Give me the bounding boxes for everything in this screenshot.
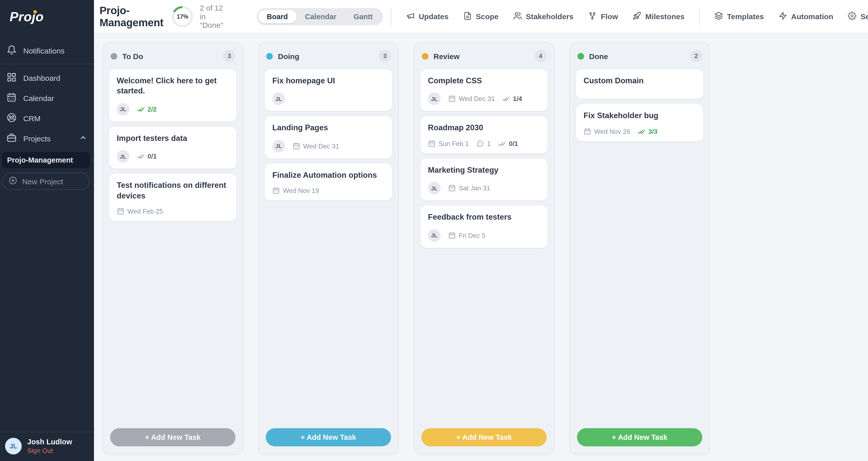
task-card[interactable]: Feedback from testers JLFri Dec 5 xyxy=(421,206,548,248)
task-meta: JLSat Jan 31 xyxy=(428,182,540,195)
grid-icon xyxy=(6,72,17,84)
gear-icon xyxy=(848,11,857,22)
plus-circle-icon xyxy=(8,176,17,186)
checklist-progress: 1/4 xyxy=(502,95,522,103)
task-card[interactable]: Test notifications on different devices … xyxy=(109,174,237,222)
header: Projo-Management 17% 2 of 12 in "Done" B… xyxy=(94,0,868,33)
menu-item-stakeholders[interactable]: Stakeholders xyxy=(513,11,574,22)
sidebar-item-notifications[interactable]: Notifications xyxy=(0,40,94,61)
task-card[interactable]: Roadmap 2030 Sun Feb 110/1 xyxy=(421,117,548,154)
sidebar-item-label: Calendar xyxy=(23,94,54,102)
add-new-task-button[interactable]: + Add New Task xyxy=(110,428,236,447)
task-meta: Wed Feb 25 xyxy=(117,208,229,216)
task-card[interactable]: Welcome! Click here to get started. JL2/… xyxy=(109,69,237,122)
menu-item-scope[interactable]: Scope xyxy=(463,11,499,22)
sidebar-item-calendar[interactable]: Calendar xyxy=(0,88,94,108)
calendar-icon xyxy=(272,187,280,195)
task-title: Complete CSS xyxy=(428,76,540,86)
column-status-dot xyxy=(422,53,429,59)
briefcase-icon xyxy=(6,133,17,144)
sidebar: Projo Notifications Dashboard Calendar C… xyxy=(0,0,94,461)
menu-item-label: Flow xyxy=(601,12,618,21)
app-logo[interactable]: Projo xyxy=(9,9,44,25)
divider xyxy=(699,7,700,26)
tab-gantt[interactable]: Gantt xyxy=(345,10,381,23)
task-card[interactable]: Marketing Strategy JLSat Jan 31 xyxy=(421,159,548,201)
bell-icon xyxy=(6,45,17,56)
menu-item-label: Templates xyxy=(727,12,764,21)
app: Projo Notifications Dashboard Calendar C… xyxy=(0,0,868,461)
sidebar-item-projects[interactable]: Projects xyxy=(0,128,94,149)
sidebar-item-crm[interactable]: CRM xyxy=(0,108,94,128)
due-date: Fri Dec 5 xyxy=(448,232,485,239)
assignee-avatar: JL xyxy=(428,229,440,242)
task-title: Finalize Automation options xyxy=(272,170,384,180)
tab-board[interactable]: Board xyxy=(258,10,297,23)
column-header: To Do 3 xyxy=(103,43,243,68)
project-progress-ring: 17% xyxy=(172,6,193,27)
task-card[interactable]: Fix homepage UI JL xyxy=(265,69,392,111)
menu-item-automation[interactable]: Automation xyxy=(779,11,833,22)
add-new-task-button[interactable]: + Add New Task xyxy=(266,428,391,447)
column-title: To Do xyxy=(122,52,143,60)
sign-out-link[interactable]: Sign Out xyxy=(27,447,72,455)
task-card[interactable]: Fix Stakeholder bug Wed Nov 263/3 xyxy=(576,104,703,141)
task-title: Marketing Strategy xyxy=(428,165,540,175)
task-card[interactable]: Complete CSS JLWed Dec 311/4 xyxy=(421,69,548,111)
task-card[interactable]: Landing Pages JLWed Dec 31 xyxy=(265,117,392,159)
checkDouble-icon xyxy=(502,95,510,103)
menu-item-label: Stakeholders xyxy=(526,12,574,21)
task-card[interactable]: Custom Domain xyxy=(576,69,703,99)
menu-item-label: Settings xyxy=(861,12,868,21)
task-card[interactable]: Finalize Automation options Wed Nov 19 xyxy=(265,164,392,201)
sidebar-item-label: Dashboard xyxy=(23,73,60,82)
header-menu: Updates Scope Stakeholders Flow Mileston… xyxy=(383,7,868,26)
menu-item-milestones[interactable]: Milestones xyxy=(633,11,685,22)
task-title: Welcome! Click here to get started. xyxy=(117,76,229,96)
add-new-task-button[interactable]: + Add New Task xyxy=(422,428,547,447)
sidebar-item-dashboard[interactable]: Dashboard xyxy=(0,68,94,88)
column-header: Done 2 xyxy=(570,43,709,68)
task-title: Feedback from testers xyxy=(428,212,540,223)
checkDouble-icon xyxy=(498,140,506,147)
due-date: Wed Feb 25 xyxy=(117,208,163,216)
task-meta: JLWed Dec 311/4 xyxy=(428,93,540,105)
task-meta: Sun Feb 110/1 xyxy=(428,140,540,147)
new-project-label: New Project xyxy=(22,177,63,186)
due-date: Sun Feb 1 xyxy=(428,140,469,147)
tab-calendar[interactable]: Calendar xyxy=(297,10,345,23)
column-title: Review xyxy=(434,52,460,60)
task-card[interactable]: Import testers data JL0/1 xyxy=(109,127,237,169)
task-title: Test notifications on different devices xyxy=(117,180,229,201)
menu-item-flow[interactable]: Flow xyxy=(588,11,618,22)
menu-item-updates[interactable]: Updates xyxy=(406,11,448,22)
column-count-badge: 4 xyxy=(534,50,547,62)
menu-item-label: Milestones xyxy=(646,12,685,21)
avatar[interactable]: JL xyxy=(5,438,22,455)
sidebar-user-section: JL Josh Ludlow Sign Out xyxy=(0,432,94,461)
kanban-board: To Do 3 Welcome! Click here to get start… xyxy=(94,33,868,461)
calendar-icon xyxy=(448,95,456,103)
sidebar-item-active-project[interactable]: Projo-Management xyxy=(2,152,90,168)
add-new-task-button[interactable]: + Add New Task xyxy=(577,428,702,447)
checklist-progress: 2/2 xyxy=(137,105,157,113)
assignee-avatar: JL xyxy=(272,93,285,105)
menu-item-templates[interactable]: Templates xyxy=(714,11,764,22)
task-title: Roadmap 2030 xyxy=(428,123,540,133)
menu-item-settings[interactable]: Settings xyxy=(848,11,868,22)
task-meta: JLWed Dec 31 xyxy=(272,140,384,153)
calendar-icon xyxy=(584,128,591,135)
progress-summary: 2 of 12 in "Done" xyxy=(200,3,223,29)
task-title: Fix homepage UI xyxy=(272,76,384,86)
sidebar-divider xyxy=(0,64,94,64)
new-project-button[interactable]: New Project xyxy=(2,173,89,190)
column-title: Doing xyxy=(278,52,299,60)
task-title: Custom Domain xyxy=(584,76,696,86)
rocket-icon xyxy=(633,11,642,22)
assignee-avatar: JL xyxy=(428,93,440,105)
sidebar-item-label: Projects xyxy=(23,134,51,143)
page-title: Projo-Management xyxy=(99,4,163,29)
column-status-dot xyxy=(111,53,117,59)
sidebar-item-label: Notifications xyxy=(23,46,64,55)
due-date: Wed Dec 31 xyxy=(448,95,495,103)
